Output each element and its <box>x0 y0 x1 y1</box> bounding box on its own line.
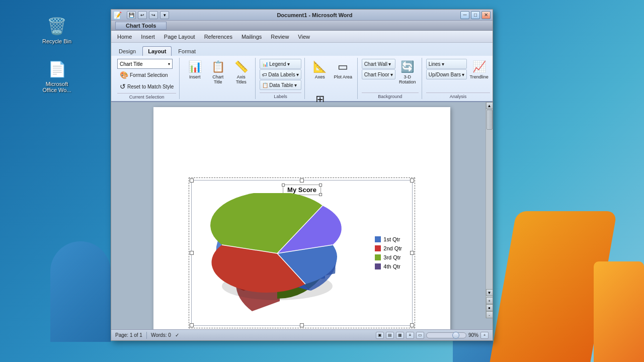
legend-dropdown[interactable]: 📊 Legend ▾ <box>260 59 301 69</box>
scroll-zoom-out[interactable]: - <box>486 311 493 318</box>
chart-title-text: My Score <box>287 186 316 194</box>
dropdown-arrow-icon: ▾ <box>168 62 170 66</box>
group-labels: 📊 Legend ▾ 🏷 Data Labels ▾ 📋 <box>257 58 304 99</box>
group-analysis: Lines ▾ Up/Down Bars ▾ 📈 Trendline <box>423 58 493 99</box>
legend-label-3: 3rd Qtr <box>383 254 400 260</box>
legend-color-2 <box>375 245 381 251</box>
reset-match-button[interactable]: ↺ Reset to Match Style <box>117 81 176 92</box>
handle-bl[interactable] <box>190 323 194 327</box>
word-window: 📝 💾 ↩ ↪ ▾ Document1 - Microsoft Word ─ □… <box>111 9 493 341</box>
zoom-slider[interactable] <box>426 332 466 338</box>
rotation-3d-button[interactable]: 🔄 3-D Rotation <box>396 59 419 91</box>
chart-element-dropdown[interactable]: Chart Title ▾ <box>117 59 173 69</box>
menu-home[interactable]: Home <box>113 33 136 41</box>
group-background: Chart Wall ▾ Chart Floor ▾ 🔄 3-D Rotatio… <box>359 58 422 99</box>
handle-tl[interactable] <box>190 178 194 183</box>
decor-orange-small <box>594 261 644 362</box>
handle-tr[interactable] <box>410 178 414 183</box>
rotation-3d-icon: 🔄 <box>400 60 414 73</box>
up-down-bars-dropdown[interactable]: Up/Down Bars ▾ <box>426 69 467 79</box>
plot-area-button[interactable]: ▭ Plot Area <box>332 59 354 91</box>
chart-legend: 1st Qtr 2nd Qtr 3rd Qtr 4th Qtr <box>375 236 402 269</box>
scroll-mid[interactable]: ● <box>486 304 493 311</box>
axes-button[interactable]: 📐 Axes <box>309 59 331 91</box>
legend-dropdown-arrow: ▾ <box>287 61 290 67</box>
chart-floor-dropdown[interactable]: Chart Floor ▾ <box>362 69 395 79</box>
menu-view[interactable]: View <box>294 33 314 41</box>
data-table-dropdown[interactable]: 📋 Data Table ▾ <box>260 80 301 90</box>
view-draft-button[interactable]: ▭ <box>416 332 424 339</box>
zoom-in-button[interactable]: + <box>480 332 489 339</box>
group-current-selection: Chart Title ▾ 🎨 Format Selection ↺ Reset… <box>114 58 180 99</box>
data-labels-icon: 🏷 <box>262 72 267 77</box>
handle-bc[interactable] <box>300 323 304 327</box>
data-labels-dropdown[interactable]: 🏷 Data Labels ▾ <box>260 69 301 79</box>
plot-area-icon: ▭ <box>338 60 348 73</box>
group-axes: 📐 Axes ⊞ Gridlines ▭ Plot Area <box>306 58 358 99</box>
zoom-thumb[interactable] <box>452 332 459 339</box>
minimize-button[interactable]: ─ <box>460 11 469 19</box>
trendline-button[interactable]: 📈 Trendline <box>468 59 490 91</box>
chart-title-button[interactable]: 📋 Chart Title <box>207 59 229 91</box>
scroll-thumb[interactable] <box>487 110 493 130</box>
lines-arrow: ▾ <box>442 61 444 67</box>
view-reading-button[interactable]: ▤ <box>386 332 394 339</box>
menu-insert[interactable]: Insert <box>137 33 159 41</box>
tab-layout[interactable]: Layout <box>142 46 172 56</box>
legend-icon: 📊 <box>262 61 268 67</box>
chart-wall-dropdown[interactable]: Chart Wall ▾ <box>362 59 395 69</box>
axes-icon: 📐 <box>313 60 327 73</box>
save-button[interactable]: 💾 <box>127 11 136 19</box>
scroll-down-button[interactable]: ▼ <box>486 289 493 296</box>
menu-review[interactable]: Review <box>267 33 293 41</box>
menu-mailings[interactable]: Mailings <box>237 33 266 41</box>
handle-br[interactable] <box>410 323 414 327</box>
more-qa-button[interactable]: ▾ <box>160 11 169 19</box>
legend-color-3 <box>375 254 381 260</box>
scroll-zoom-in[interactable]: + <box>486 297 493 304</box>
chart-wall-arrow: ▾ <box>388 61 391 67</box>
data-table-arrow: ▾ <box>294 82 297 88</box>
tab-format[interactable]: Format <box>173 46 201 56</box>
status-bar: Page: 1 of 1 Words: 0 ✓ ▣ ▤ ▦ ≡ ▭ 90% + <box>111 329 493 340</box>
scroll-track <box>486 109 493 289</box>
ms-office-label: Microsoft Office Wo... <box>39 81 74 93</box>
chart-element-value: Chart Title <box>120 61 168 67</box>
format-selection-button[interactable]: 🎨 Format Selection <box>117 69 176 80</box>
ribbon: Design Layout Format Chart Title ▾ <box>111 43 493 102</box>
legend-item-3: 3rd Qtr <box>375 254 402 260</box>
axis-titles-button[interactable]: 📏 Axis Titles <box>230 59 252 91</box>
handle-tc[interactable] <box>300 178 304 183</box>
view-normal-button[interactable]: ▣ <box>376 332 384 339</box>
document-area: My Score <box>111 102 493 329</box>
window-title: Document1 - Microsoft Word <box>171 12 458 18</box>
ribbon-tabs: Design Layout Format <box>111 43 493 56</box>
tab-design[interactable]: Design <box>113 46 141 56</box>
status-sep-1 <box>146 332 147 339</box>
scroll-up-button[interactable]: ▲ <box>486 102 493 109</box>
close-button[interactable]: ✕ <box>481 11 491 19</box>
view-outline-button[interactable]: ≡ <box>406 332 414 339</box>
insert-button[interactable]: 📊 Insert <box>184 59 206 91</box>
view-layout-button[interactable]: ▦ <box>396 332 404 339</box>
handle-ml[interactable] <box>190 251 194 255</box>
handle-mr[interactable] <box>410 251 414 255</box>
chart-tools-label: Chart Tools <box>115 22 167 30</box>
ribbon-content: Chart Title ▾ 🎨 Format Selection ↺ Reset… <box>111 56 493 101</box>
lines-dropdown[interactable]: Lines ▾ <box>426 59 467 69</box>
chart-container[interactable]: My Score <box>191 180 413 326</box>
reset-icon: ↺ <box>120 82 126 90</box>
recycle-bin-icon[interactable]: 🗑️ Recycle Bin <box>39 15 74 44</box>
undo-button[interactable]: ↩ <box>138 11 147 19</box>
decor-blue-left <box>50 241 111 342</box>
ms-office-icon[interactable]: 📄 Microsoft Office Wo... <box>39 58 74 93</box>
window-controls: ─ □ ✕ <box>460 11 491 19</box>
title-handle-tr[interactable] <box>319 184 322 187</box>
spelling-check-icon: ✓ <box>175 332 179 338</box>
maximize-button[interactable]: □ <box>471 11 480 19</box>
redo-button[interactable]: ↪ <box>149 11 158 19</box>
title-handle-tl[interactable] <box>282 184 285 187</box>
menu-references[interactable]: References <box>200 33 236 41</box>
menu-page-layout[interactable]: Page Layout <box>160 33 199 41</box>
status-right: ▣ ▤ ▦ ≡ ▭ 90% + <box>376 332 489 339</box>
